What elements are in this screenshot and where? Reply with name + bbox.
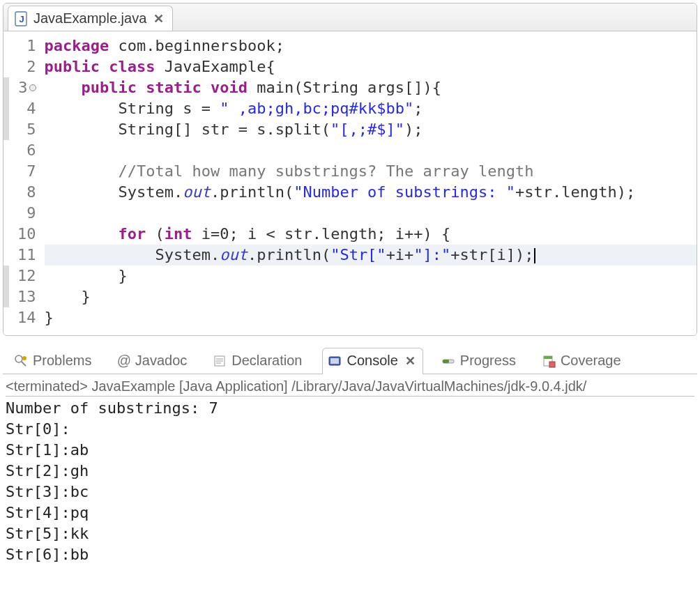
- console-line: Number of substrings: 7: [6, 398, 694, 419]
- line-number: 10: [17, 224, 36, 245]
- svg-rect-10: [330, 358, 339, 364]
- code-line[interactable]: System.out.println("Str["+i+"]:"+str[i])…: [45, 245, 697, 266]
- svg-point-4: [22, 356, 26, 360]
- line-marker: [3, 286, 9, 307]
- code-line[interactable]: public class JavaExample{: [45, 56, 697, 77]
- console-run-header: <terminated> JavaExample [Java Applicati…: [3, 374, 697, 396]
- code-line[interactable]: [45, 203, 697, 224]
- line-marker: [3, 77, 9, 98]
- line-number: 3: [17, 77, 36, 98]
- line-marker: [3, 98, 9, 119]
- line-number: 13: [17, 286, 36, 307]
- line-number: 8: [17, 182, 36, 203]
- line-number: 14: [17, 307, 36, 328]
- svg-rect-14: [544, 356, 552, 359]
- view-tab-declaration[interactable]: Declaration: [207, 348, 310, 374]
- progress-icon: [441, 353, 456, 369]
- coverage-icon: [541, 353, 556, 369]
- javadoc-at-icon: @: [116, 353, 130, 369]
- svg-point-2: [15, 355, 22, 362]
- line-number-gutter: 1234567891011121314: [9, 36, 40, 328]
- line-number: 6: [17, 140, 36, 161]
- editor-tab-label: JavaExample.java: [33, 10, 146, 26]
- bottom-panel: Problems@JavadocDeclarationConsole✕Progr…: [3, 341, 697, 571]
- code-content[interactable]: package com.beginnersbook;public class J…: [40, 36, 697, 328]
- editor-tab-bar: J JavaExample.java ✕: [3, 3, 697, 31]
- code-line[interactable]: }: [45, 307, 697, 328]
- line-marker: [3, 140, 9, 161]
- console-output[interactable]: Number of substrings: 7Str[0]:Str[1]:abS…: [3, 397, 697, 571]
- console-line: Str[0]:: [6, 419, 694, 440]
- view-tab-coverage[interactable]: Coverage: [536, 348, 629, 374]
- declaration-icon: [212, 353, 227, 369]
- view-tab-label: Problems: [33, 353, 91, 369]
- view-tab-label: Javadoc: [135, 353, 188, 369]
- close-editor-tab-button[interactable]: ✕: [151, 11, 164, 26]
- fold-toggle-icon[interactable]: [29, 84, 36, 91]
- view-tab-label: Coverage: [561, 353, 621, 369]
- line-marker: [3, 119, 9, 140]
- view-tab-problems[interactable]: Problems: [8, 348, 99, 374]
- line-number: 5: [17, 119, 36, 140]
- console-line: Str[2]:gh: [6, 461, 694, 482]
- line-number: 12: [17, 266, 36, 286]
- code-line[interactable]: [45, 140, 697, 161]
- code-line[interactable]: package com.beginnersbook;: [45, 36, 697, 56]
- line-number: 11: [17, 245, 36, 266]
- left-annotation-bar: [3, 36, 9, 328]
- code-editor[interactable]: 1234567891011121314 package com.beginner…: [3, 31, 697, 335]
- console-line: Str[3]:bc: [6, 482, 694, 502]
- editor-tab-javaexample[interactable]: J JavaExample.java ✕: [8, 6, 173, 31]
- line-marker: [3, 266, 9, 286]
- view-tab-progress[interactable]: Progress: [436, 348, 524, 374]
- svg-line-3: [22, 362, 26, 366]
- console-line: Str[1]:ab: [6, 440, 694, 461]
- line-number: 7: [17, 161, 36, 182]
- editor-panel: J JavaExample.java ✕ 1234567891011121314…: [3, 3, 697, 336]
- console-line: Str[4]:pq: [6, 502, 694, 523]
- svg-rect-15: [549, 362, 555, 367]
- code-line[interactable]: String s = " ,ab;gh,bc;pq#kk$bb";: [45, 98, 697, 119]
- code-line[interactable]: }: [45, 266, 697, 286]
- console-line: Str[5]:kk: [6, 523, 694, 544]
- line-marker: [3, 36, 9, 56]
- problems-icon: [13, 353, 29, 369]
- line-number: 1: [17, 36, 36, 56]
- line-marker: [3, 307, 9, 328]
- console-icon: [327, 353, 342, 369]
- line-number: 9: [17, 203, 36, 224]
- svg-text:J: J: [19, 14, 24, 24]
- svg-rect-12: [443, 360, 449, 363]
- code-line[interactable]: String[] str = s.split("[,;#$]");: [45, 119, 697, 140]
- code-line[interactable]: }: [45, 286, 697, 307]
- code-line[interactable]: System.out.println("Number of substrings…: [45, 182, 697, 203]
- line-marker: [3, 224, 9, 245]
- view-tab-label: Declaration: [231, 353, 302, 369]
- code-line[interactable]: for (int i=0; i < str.length; i++) {: [45, 224, 697, 245]
- line-marker: [3, 161, 9, 182]
- line-marker: [3, 182, 9, 203]
- console-line: Str[6]:bb: [6, 544, 694, 565]
- views-tab-bar: Problems@JavadocDeclarationConsole✕Progr…: [3, 341, 697, 374]
- view-tab-console[interactable]: Console✕: [322, 348, 423, 374]
- line-marker: [3, 245, 9, 266]
- view-tab-label: Console: [347, 353, 397, 369]
- code-line[interactable]: public static void main(String args[]){: [45, 77, 697, 98]
- line-number: 2: [17, 56, 36, 77]
- line-number: 4: [17, 98, 36, 119]
- close-view-tab-button[interactable]: ✕: [402, 353, 416, 369]
- java-file-icon: J: [14, 11, 29, 26]
- line-marker: [3, 203, 9, 224]
- text-cursor: [534, 248, 535, 263]
- code-line[interactable]: //Total how many substrings? The array l…: [45, 161, 697, 182]
- view-tab-javadoc[interactable]: @Javadoc: [112, 348, 195, 374]
- line-marker: [3, 56, 9, 77]
- view-tab-label: Progress: [460, 353, 516, 369]
